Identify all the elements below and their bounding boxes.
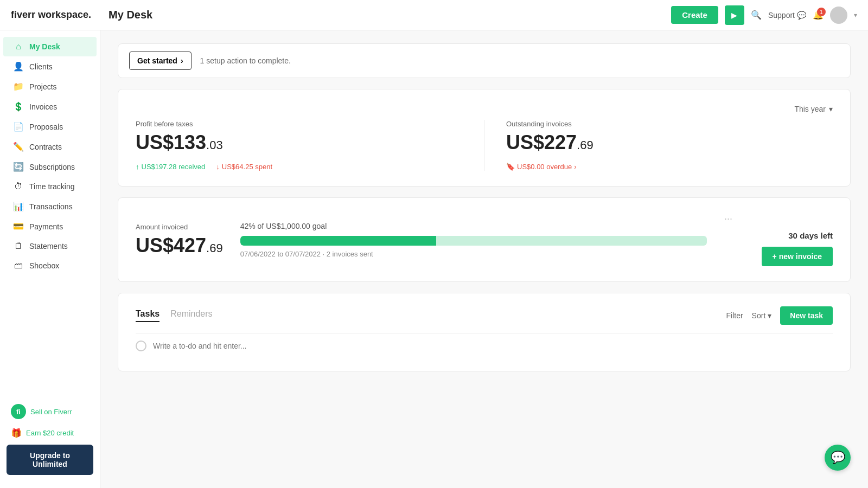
- sidebar-item-payments[interactable]: 💳 Payments: [3, 216, 97, 236]
- goal-dates: 07/06/2022 to 07/07/2022 · 2 invoices se…: [240, 250, 707, 258]
- outstanding-value: US$227.69: [506, 131, 833, 154]
- topbar-right: Create ▶ 🔍 Support 💬 🔔 1 ▾: [671, 5, 857, 25]
- sidebar-item-label: Transactions: [29, 202, 73, 211]
- get-started-bar: Get started › 1 setup action to complete…: [118, 43, 851, 78]
- task-input-row: [136, 333, 833, 358]
- overdue-stat[interactable]: 🔖 US$0.00 overdue ›: [506, 163, 577, 171]
- sell-label: Sell on Fiverr: [30, 408, 72, 416]
- overdue-label: US$0.00 overdue: [517, 163, 572, 171]
- home-icon: ⌂: [13, 42, 24, 52]
- sidebar-item-contracts[interactable]: ✏️ Contracts: [3, 137, 97, 157]
- chevron-down-icon: ▾: [829, 105, 833, 113]
- tasks-header: Tasks Reminders Filter Sort ▾ New task: [136, 306, 833, 325]
- sidebar-item-time-tracking[interactable]: ⏱ Time tracking: [3, 177, 97, 196]
- play-button[interactable]: ▶: [725, 5, 744, 25]
- proposals-icon: 📄: [13, 121, 24, 132]
- sell-on-fiverr-link[interactable]: fi Sell on Fiverr: [7, 402, 93, 421]
- sidebar-item-label: Time tracking: [29, 182, 75, 191]
- profit-section: Profit before taxes US$133.03 ↑ US$197.2…: [136, 120, 462, 171]
- stats-row: Profit before taxes US$133.03 ↑ US$197.2…: [136, 120, 833, 171]
- payments-icon: 💳: [13, 221, 24, 232]
- transactions-icon: 📊: [13, 201, 24, 211]
- sidebar-item-projects[interactable]: 📁 Projects: [3, 76, 97, 97]
- get-started-label: Get started: [137, 56, 177, 65]
- outstanding-section: Outstanding invoices US$227.69 🔖 US$0.00…: [506, 120, 833, 171]
- profit-label: Profit before taxes: [136, 120, 462, 128]
- main-content: Get started › 1 setup action to complete…: [100, 30, 868, 488]
- sidebar-item-label: Projects: [29, 82, 57, 91]
- sidebar-item-label: Invoices: [29, 102, 57, 111]
- earn-label: Earn $20 credit: [26, 429, 74, 437]
- page-title: My Desk: [108, 9, 671, 21]
- outstanding-main: US$227: [506, 131, 577, 153]
- sidebar-item-clients[interactable]: 👤 Clients: [3, 56, 97, 76]
- sidebar-bottom: fi Sell on Fiverr 🎁 Earn $20 credit Upgr…: [0, 395, 100, 481]
- subscriptions-icon: 🔄: [13, 162, 24, 172]
- task-input[interactable]: [153, 342, 833, 350]
- notification-icon[interactable]: 🔔 1: [813, 10, 824, 20]
- spent-label: US$64.25 spent: [222, 163, 272, 171]
- sidebar-item-statements[interactable]: 🗒 Statements: [3, 236, 97, 256]
- overdue-arrow-icon: ›: [574, 163, 576, 171]
- earn-credit-link[interactable]: 🎁 Earn $20 credit: [7, 426, 93, 440]
- overdue-icon: 🔖: [506, 163, 515, 171]
- sidebar-item-transactions[interactable]: 📊 Transactions: [3, 196, 97, 216]
- sidebar-item-label: My Desk: [29, 42, 60, 51]
- goal-pct-text: 42% of US$1,000.00 goal: [240, 222, 707, 230]
- top-bar: fiverr workspace. My Desk Create ▶ 🔍 Sup…: [0, 0, 868, 30]
- sidebar-item-proposals[interactable]: 📄 Proposals: [3, 117, 97, 137]
- tasks-actions: Filter Sort ▾ New task: [726, 306, 833, 325]
- sidebar-item-label: Payments: [29, 222, 63, 231]
- sort-label: Sort: [752, 311, 766, 320]
- sidebar-item-label: Proposals: [29, 123, 63, 131]
- gift-icon: 🎁: [11, 428, 22, 438]
- statements-icon: 🗒: [13, 241, 24, 251]
- goal-left: Amount invoiced US$427.69: [136, 223, 223, 257]
- stats-card: This year ▾ Profit before taxes US$133.0…: [118, 89, 851, 187]
- progress-bar: [240, 236, 707, 246]
- tab-tasks[interactable]: Tasks: [136, 309, 159, 322]
- sort-chevron-icon: ▾: [768, 311, 771, 320]
- outstanding-cents: .69: [577, 138, 593, 152]
- support-link[interactable]: Support 💬: [768, 11, 806, 20]
- received-label: US$197.28 received: [142, 163, 206, 171]
- sidebar-item-invoices[interactable]: 💲 Invoices: [3, 97, 97, 117]
- sidebar-item-shoebox[interactable]: 🗃 Shoebox: [3, 256, 97, 275]
- tab-reminders[interactable]: Reminders: [170, 309, 212, 322]
- sidebar-item-label: Clients: [29, 62, 53, 71]
- days-left: 30 days left: [788, 231, 833, 240]
- up-arrow-icon: ↑: [136, 163, 139, 171]
- create-button[interactable]: Create: [671, 6, 718, 24]
- logo: fiverr workspace.: [11, 9, 91, 21]
- get-started-button[interactable]: Get started ›: [129, 52, 192, 70]
- profit-main: US$133: [136, 131, 206, 153]
- profit-value: US$133.03: [136, 131, 462, 154]
- sidebar-item-label: Statements: [29, 242, 68, 251]
- avatar[interactable]: [830, 7, 847, 24]
- goal-cents: .69: [206, 241, 223, 255]
- year-filter[interactable]: This year ▾: [794, 105, 833, 113]
- down-arrow-icon: ↓: [216, 163, 220, 171]
- chat-fab-button[interactable]: 💬: [825, 445, 851, 471]
- new-invoice-button[interactable]: + new invoice: [762, 247, 833, 266]
- avatar-chevron-icon[interactable]: ▾: [854, 11, 857, 19]
- goal-label: Amount invoiced: [136, 223, 223, 231]
- tasks-card: Tasks Reminders Filter Sort ▾ New task: [118, 293, 851, 371]
- sidebar-item-subscriptions[interactable]: 🔄 Subscriptions: [3, 157, 97, 177]
- projects-icon: 📁: [13, 81, 24, 92]
- search-icon[interactable]: 🔍: [751, 10, 762, 20]
- more-options-icon[interactable]: ···: [724, 213, 732, 224]
- setup-text: 1 setup action to complete.: [200, 56, 291, 65]
- spent-stat: ↓ US$64.25 spent: [216, 163, 272, 171]
- invoices-icon: 💲: [13, 101, 24, 112]
- sort-button[interactable]: Sort ▾: [752, 311, 772, 320]
- clients-icon: 👤: [13, 61, 24, 72]
- shoebox-icon: 🗃: [13, 261, 24, 271]
- filter-button[interactable]: Filter: [726, 311, 743, 320]
- task-circle[interactable]: [136, 341, 146, 351]
- new-task-button[interactable]: New task: [780, 306, 833, 325]
- goal-main: US$427: [136, 234, 206, 256]
- tasks-tabs: Tasks Reminders: [136, 309, 726, 322]
- sidebar-item-my-desk[interactable]: ⌂ My Desk: [3, 37, 97, 56]
- upgrade-button[interactable]: Upgrade to Unlimited: [7, 445, 93, 475]
